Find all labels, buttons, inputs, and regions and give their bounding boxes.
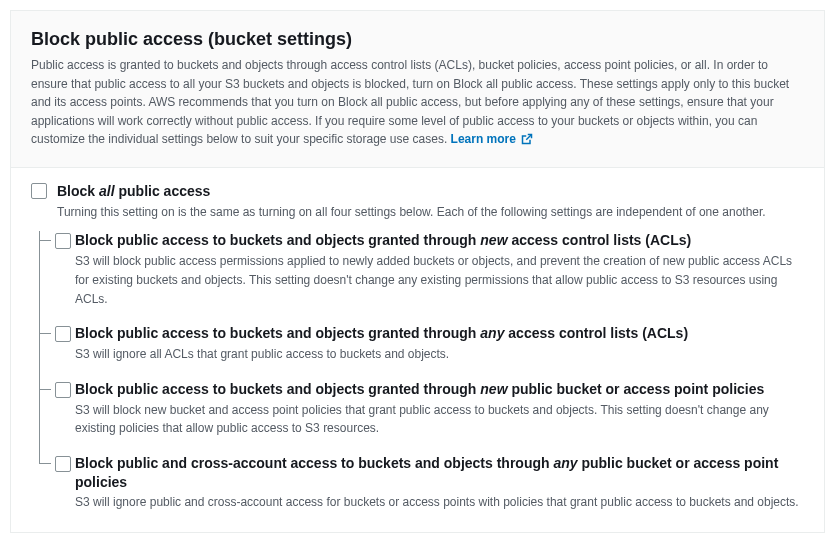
block-public-access-panel: Block public access (bucket settings) Pu… [10,10,825,533]
sub-option-new-acls: Block public access to buckets and objec… [39,231,804,324]
title-em: new [480,381,507,397]
title-prefix: Block public access to buckets and objec… [75,381,480,397]
block-all-title-em: all [99,183,115,199]
panel-description: Public access is granted to buckets and … [31,56,804,151]
block-all-title-prefix: Block [57,183,99,199]
sub-option-new-policies-title: Block public access to buckets and objec… [75,380,804,399]
sub-option-any-policies-title: Block public and cross-account access to… [75,454,804,492]
sub-option-any-policies: Block public and cross-account access to… [39,454,804,512]
block-all-title: Block all public access [57,182,804,201]
title-suffix: public bucket or access point policies [508,381,765,397]
title-prefix: Block public access to buckets and objec… [75,325,480,341]
title-prefix: Block public access to buckets and objec… [75,232,480,248]
sub-option-any-acls-title: Block public access to buckets and objec… [75,324,804,343]
title-em: new [480,232,507,248]
title-suffix: access control lists (ACLs) [504,325,688,341]
block-all-desc: Turning this setting on is the same as t… [57,203,804,222]
panel-title: Block public access (bucket settings) [31,29,804,50]
sub-options-tree: Block public access to buckets and objec… [39,231,804,512]
title-prefix: Block public and cross-account access to… [75,455,553,471]
external-link-icon [521,132,533,151]
title-suffix: access control lists (ACLs) [508,232,692,248]
block-all-checkbox[interactable] [31,183,47,199]
panel-header: Block public access (bucket settings) Pu… [11,11,824,167]
title-em: any [553,455,577,471]
block-all-title-suffix: public access [115,183,211,199]
sub-option-any-acls: Block public access to buckets and objec… [39,324,804,379]
sub-option-any-policies-desc: S3 will ignore public and cross-account … [75,493,804,512]
sub-option-new-policies-desc: S3 will block new bucket and access poin… [75,401,804,438]
sub-option-any-policies-checkbox[interactable] [55,456,71,472]
panel-description-text: Public access is granted to buckets and … [31,58,789,146]
sub-option-any-acls-checkbox[interactable] [55,326,71,342]
sub-option-new-acls-checkbox[interactable] [55,233,71,249]
learn-more-label: Learn more [451,132,516,146]
sub-option-new-acls-title: Block public access to buckets and objec… [75,231,804,250]
block-all-text: Block all public access Turning this set… [57,182,804,221]
panel-body: Block all public access Turning this set… [11,167,824,532]
sub-option-new-acls-desc: S3 will block public access permissions … [75,252,804,308]
learn-more-link[interactable]: Learn more [451,132,534,146]
block-all-option: Block all public access Turning this set… [31,182,804,221]
sub-option-new-policies: Block public access to buckets and objec… [39,380,804,454]
sub-option-any-acls-desc: S3 will ignore all ACLs that grant publi… [75,345,804,364]
sub-option-new-policies-checkbox[interactable] [55,382,71,398]
title-em: any [480,325,504,341]
